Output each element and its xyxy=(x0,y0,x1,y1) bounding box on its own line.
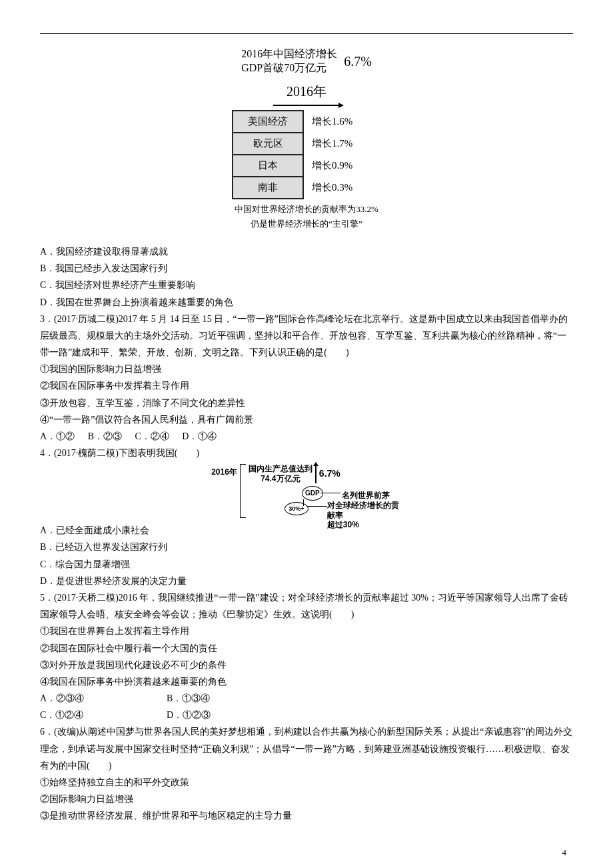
q4-gdp-l2: 74.4万亿元 xyxy=(249,474,312,483)
q5-option-a: A．②③④ xyxy=(40,690,167,707)
q2-option-c: C．我国经济对世界经济产生重要影响 xyxy=(40,277,573,293)
table-row: 日本增长0.9% xyxy=(233,155,380,177)
q2-fig-pct: 6.7% xyxy=(344,49,372,73)
q2-fig-caption2: 仍是世界经济增长的“主引擎” xyxy=(40,218,573,230)
q2-option-b: B．我国已经步入发达国家行列 xyxy=(40,260,573,277)
connector-line xyxy=(320,493,340,493)
q5-option-c: C．①②④ xyxy=(40,707,167,723)
q5-stmt-3: ③对外开放是我国现代化建设必不可少的条件 xyxy=(40,657,573,673)
brace-icon xyxy=(240,464,246,518)
q2-fig-header: 2016年中国经济增长 GDP首破70万亿元 6.7% xyxy=(40,47,573,75)
pct30-badge: 30%+ xyxy=(285,502,308,515)
q3-options: A．①② B．②③ C．②④ D．①④ xyxy=(40,428,573,445)
region-cell: 欧元区 xyxy=(233,133,303,155)
q4-fig-year: 2016年 xyxy=(211,464,240,480)
q3-option-b: B．②③ xyxy=(88,431,122,441)
q6-stmt-2: ②国际影响力日益增强 xyxy=(40,791,573,807)
q5-stmt-1: ①我国在世界舞台上发挥着主导作用 xyxy=(40,623,573,639)
q4-stem: 4．(2017·槐荫二模)下图表明我国( ) xyxy=(40,445,573,461)
q3-stmt-3: ③开放包容、互学互鉴，消除了不同文化的差异性 xyxy=(40,395,573,411)
q4-gdp-l1: 国内生产总值达到 xyxy=(249,464,312,473)
q3-stmt-2: ②我国在国际事务中发挥着主导作用 xyxy=(40,377,573,394)
q5-option-d: D．①②③ xyxy=(167,707,211,723)
q4-pct: 6.7% xyxy=(319,465,340,482)
growth-cell: 增长0.9% xyxy=(303,155,380,177)
table-row: 南非增长0.3% xyxy=(233,177,380,199)
q4-label-contrib: 对全球经济增长的贡献率 超过30% xyxy=(327,501,402,529)
growth-cell: 增长1.7% xyxy=(303,133,380,155)
region-cell: 美国经济 xyxy=(233,111,303,133)
q5-stmt-4: ④我国在国际事务中扮演着越来越重要的角色 xyxy=(40,673,573,690)
q4-label-contrib-l1: 对全球经济增长的贡献率 xyxy=(327,501,402,520)
q2-figure: 2016年中国经济增长 GDP首破70万亿元 6.7% 2016年 美国经济增长… xyxy=(40,47,573,230)
q3-stmt-4: ④“一带一路”倡议符合各国人民利益，具有广阔前景 xyxy=(40,411,573,428)
q6-stmt-1: ①始终坚持独立自主的和平外交政策 xyxy=(40,774,573,791)
q2-fig-caption1: 中国对世界经济增长的贡献率为33.2% xyxy=(40,203,573,215)
q6-stem: 6．(改编)从阐述中国梦与世界各国人民的美好梦想相通，到构建以合作共赢为核心的新… xyxy=(40,723,573,774)
q4-figure: 2016年 国内生产总值达到 74.4万亿元 6.7% GDP 30%+ 名列世… xyxy=(40,464,573,518)
q4-option-c: C．综合国力显著增强 xyxy=(40,556,573,573)
table-row: 美国经济增长1.6% xyxy=(233,111,380,133)
q2-fig-title-l1: 2016年中国经济增长 xyxy=(241,47,337,61)
q4-label-contrib-l2: 超过30% xyxy=(327,520,402,529)
q3-option-c: C．②④ xyxy=(135,431,169,441)
top-rule xyxy=(40,33,573,34)
q4-option-d: D．是促进世界经济发展的决定力量 xyxy=(40,573,573,589)
q5-stem: 5．(2017·天桥二模)2016 年，我国继续推进“一带一路”建设；对全球经济… xyxy=(40,589,573,623)
q2-fig-year: 2016年 xyxy=(273,79,340,106)
page-number: 4 xyxy=(40,845,573,860)
connector-line xyxy=(307,506,327,507)
q5-stmt-2: ②我国在国际社会中履行着一个大国的责任 xyxy=(40,640,573,657)
q2-option-a: A．我国经济建设取得显著成就 xyxy=(40,243,573,260)
q4-option-b: B．已经迈入世界发达国家行列 xyxy=(40,539,573,555)
q5-options-row1: A．②③④ B．①③④ xyxy=(40,690,573,707)
q2-fig-table: 美国经济增长1.6% 欧元区增长1.7% 日本增长0.9% 南非增长0.3% xyxy=(232,110,381,199)
q2-fig-title-l2: GDP首破70万亿元 xyxy=(241,61,337,75)
q3-option-a: A．①② xyxy=(40,431,75,441)
q2-option-d: D．我国在世界舞台上扮演着越来越重要的角色 xyxy=(40,294,573,311)
q3-stem: 3．(2017·历城二模)2017 年 5 月 14 日至 15 日，“一带一路… xyxy=(40,311,573,361)
arrow-up-icon xyxy=(315,465,316,483)
growth-cell: 增长1.6% xyxy=(303,111,380,133)
growth-cell: 增长0.3% xyxy=(303,177,380,199)
region-cell: 南非 xyxy=(233,177,303,199)
table-row: 欧元区增长1.7% xyxy=(233,133,380,155)
q3-option-d: D．①④ xyxy=(182,431,217,441)
gdp-badge: GDP xyxy=(302,486,323,501)
q5-option-b: B．①③④ xyxy=(167,690,210,707)
q5-options-row2: C．①②④ D．①②③ xyxy=(40,707,573,723)
region-cell: 日本 xyxy=(233,155,303,177)
q3-stmt-1: ①我国的国际影响力日益增强 xyxy=(40,361,573,377)
q4-option-a: A．已经全面建成小康社会 xyxy=(40,522,573,539)
q6-stmt-3: ③是推动世界经济发展、维护世界和平与地区稳定的主导力量 xyxy=(40,807,573,824)
